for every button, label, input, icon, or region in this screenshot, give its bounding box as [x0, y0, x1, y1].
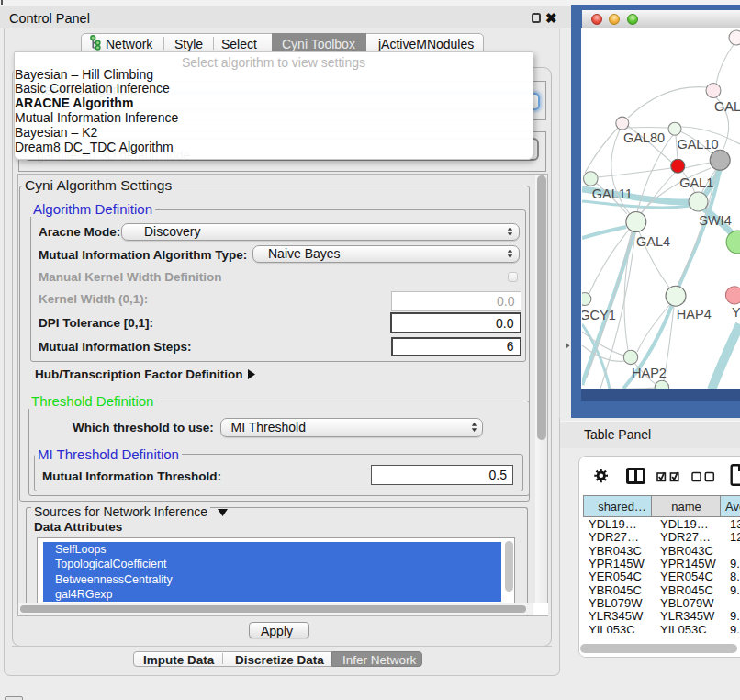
svg-text:GAL1: GAL1	[679, 175, 713, 189]
svg-text:YJ: YJ	[732, 305, 740, 320]
svg-text:GAL4: GAL4	[636, 233, 670, 248]
svg-text:HAP4: HAP4	[677, 306, 712, 321]
svg-text:HAP2: HAP2	[632, 365, 667, 379]
svg-text:GAL10: GAL10	[677, 137, 718, 152]
svg-text:GCY1: GCY1	[582, 308, 616, 322]
svg-text:GAL7: GAL7	[714, 99, 740, 114]
svg-text:GAL80: GAL80	[623, 130, 665, 145]
svg-text:GAL11: GAL11	[592, 186, 633, 201]
svg-text:SWI4: SWI4	[699, 212, 731, 227]
